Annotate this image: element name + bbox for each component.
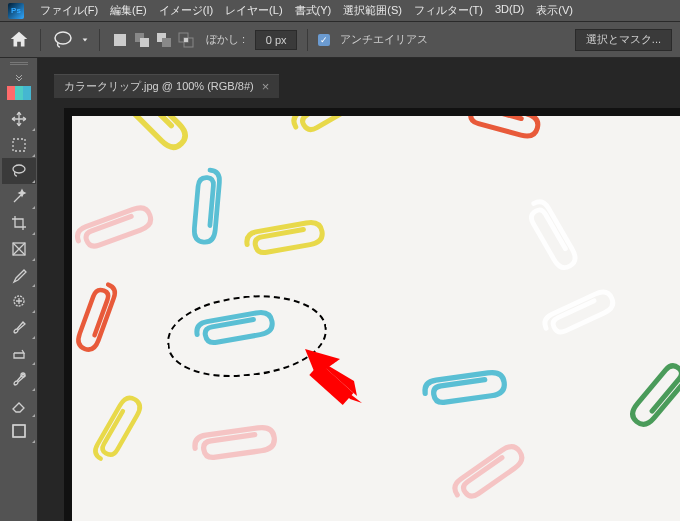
options-bar: ぼかし : ✓ アンチエイリアス 選択とマスク... xyxy=(0,22,680,58)
paperclip xyxy=(511,187,588,284)
paperclip xyxy=(182,159,227,252)
paperclip xyxy=(614,342,680,440)
tool-eraser[interactable] xyxy=(2,392,36,418)
selection-intersect-icon[interactable] xyxy=(176,30,196,50)
selection-mode-group xyxy=(110,30,196,50)
annotation-arrow-icon xyxy=(302,341,372,411)
divider xyxy=(99,29,100,51)
svg-rect-9 xyxy=(13,139,25,151)
tool-lasso[interactable] xyxy=(2,158,36,184)
tool-frame[interactable] xyxy=(2,236,36,262)
paperclip xyxy=(531,280,628,352)
paperclip xyxy=(234,213,334,268)
tool-eyedropper[interactable] xyxy=(2,262,36,288)
svg-rect-8 xyxy=(184,38,188,42)
menu-3d[interactable]: 3D(D) xyxy=(489,1,530,20)
tool-history-brush[interactable] xyxy=(2,366,36,392)
antialias-checkbox[interactable]: ✓ xyxy=(318,34,330,46)
color-swatch[interactable] xyxy=(7,86,31,100)
tool-gradient[interactable] xyxy=(2,418,36,444)
menu-レイヤー[interactable]: レイヤー(L) xyxy=(219,1,288,20)
menu-選択範囲[interactable]: 選択範囲(S) xyxy=(337,1,408,20)
menu-編集[interactable]: 編集(E) xyxy=(104,1,153,20)
document-image xyxy=(72,116,680,521)
svg-rect-14 xyxy=(13,425,25,437)
paperclip xyxy=(83,385,156,477)
tool-crop[interactable] xyxy=(2,210,36,236)
paperclip xyxy=(439,432,539,518)
divider xyxy=(40,29,41,51)
palette-handle-icon[interactable] xyxy=(6,62,32,70)
tool-healing-brush[interactable] xyxy=(2,288,36,314)
tool-move[interactable] xyxy=(2,106,36,132)
svg-rect-1 xyxy=(114,34,126,46)
menu-書式[interactable]: 書式(Y) xyxy=(289,1,338,20)
menu-bar: Ps ファイル(F)編集(E)イメージ(I)レイヤー(L)書式(Y)選択範囲(S… xyxy=(0,0,680,22)
tab-close-icon[interactable]: × xyxy=(262,79,270,94)
paperclip xyxy=(449,116,551,152)
menu-イメージ[interactable]: イメージ(I) xyxy=(153,1,219,20)
lasso-tool-icon[interactable] xyxy=(51,28,75,52)
menu-フィルター[interactable]: フィルター(T) xyxy=(408,1,489,20)
paperclip xyxy=(97,116,201,168)
svg-point-0 xyxy=(55,32,71,44)
paperclip xyxy=(182,418,286,472)
tool-palette xyxy=(0,58,38,521)
select-and-mask-button[interactable]: 選択とマスク... xyxy=(575,29,672,51)
tool-brush[interactable] xyxy=(2,314,36,340)
document-title: カラークリップ.jpg @ 100% (RGB/8#) xyxy=(64,79,254,94)
tool-clone-stamp[interactable] xyxy=(2,340,36,366)
tool-magic-wand[interactable] xyxy=(2,184,36,210)
svg-point-13 xyxy=(21,373,25,377)
workspace: カラークリップ.jpg @ 100% (RGB/8#) × xyxy=(0,58,680,521)
canvas-area: カラークリップ.jpg @ 100% (RGB/8#) × xyxy=(38,58,680,521)
svg-rect-15 xyxy=(13,425,25,437)
blur-input[interactable] xyxy=(255,30,297,50)
tool-dropdown-icon[interactable] xyxy=(81,36,89,44)
menu-ファイル[interactable]: ファイル(F) xyxy=(34,1,104,20)
menu-表示[interactable]: 表示(V) xyxy=(530,1,579,20)
svg-point-10 xyxy=(13,165,25,173)
svg-rect-3 xyxy=(140,38,149,47)
app-logo: Ps xyxy=(8,3,24,19)
paperclip xyxy=(72,196,166,265)
svg-rect-5 xyxy=(162,38,171,47)
tool-marquee[interactable] xyxy=(2,132,36,158)
antialias-label: アンチエイリアス xyxy=(340,32,428,47)
blur-label: ぼかし : xyxy=(206,32,245,47)
collapse-icon[interactable] xyxy=(14,72,24,82)
selection-subtract-icon[interactable] xyxy=(154,30,174,50)
document-tab[interactable]: カラークリップ.jpg @ 100% (RGB/8#) × xyxy=(54,74,279,98)
paperclip xyxy=(279,116,381,151)
canvas[interactable] xyxy=(64,108,680,521)
home-icon[interactable] xyxy=(8,29,30,51)
paperclip xyxy=(412,363,516,417)
paperclip xyxy=(72,269,126,361)
divider xyxy=(307,29,308,51)
selection-new-icon[interactable] xyxy=(110,30,130,50)
selection-add-icon[interactable] xyxy=(132,30,152,50)
